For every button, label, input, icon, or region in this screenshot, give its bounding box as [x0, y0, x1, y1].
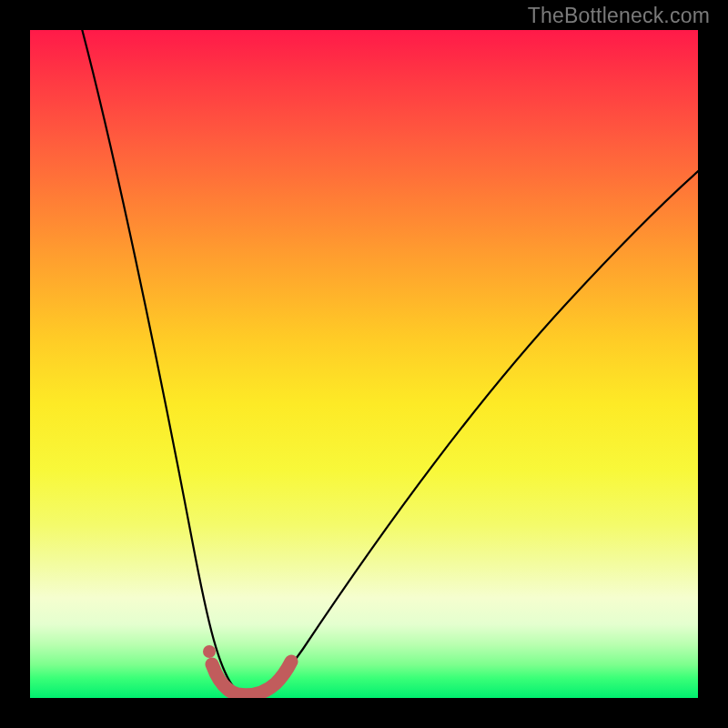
- optimal-dot-icon: [203, 645, 216, 658]
- bottleneck-curve-path: [77, 30, 698, 694]
- optimal-range-highlight-path: [212, 662, 291, 695]
- watermark-text: TheBottleneck.com: [528, 4, 710, 28]
- chart-plot-area: [30, 30, 698, 698]
- bottleneck-curve-svg: [30, 30, 698, 698]
